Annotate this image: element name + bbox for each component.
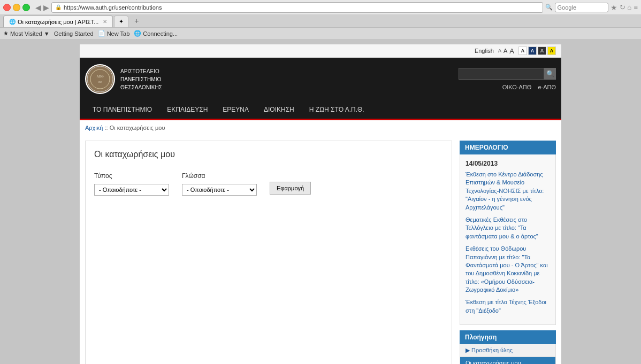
sidebar-item-add-content[interactable]: ▶ Προσθήκη ύλης [460,344,555,357]
most-visited-icon: ★ [3,30,9,37]
sidebar: ΗΜΕΡΟΛΟΓΙΟ 14/05/2013 Έκθεση στο Κέντρο … [460,141,556,364]
language-filter-group: Γλώσσα - Οποιοδήποτε - [182,172,257,196]
nav-link-university[interactable]: ΤΟ ΠΑΝΕΠΙΣΤΗΜΙΟ [85,100,159,119]
header-right: 🔍 ΟΙΚΟ-ΑΠΘ e-ΑΠΘ [459,68,556,90]
main-navigation: ΤΟ ΠΑΝΕΠΙΣΤΗΜΙΟ ΕΚΠΑΙΔΕΥΣΗ ΕΡΕΥΝΑ ΔΙΟΙΚΗ… [80,100,561,120]
connecting-label: Connecting... [143,30,178,37]
sidebar-nav-header: Πλοήγηση [460,330,556,344]
university-logo[interactable]: ΑΠΘ 1925 [85,64,115,94]
font-size-small[interactable]: A [498,48,501,53]
forward-button[interactable]: ▶ [43,3,49,12]
svg-text:ΑΠΘ: ΑΠΘ [97,75,104,78]
tab-my-contributions[interactable]: 🌐 Οι καταχωρήσεις μου | ΑΡΙΣΤ... ✕ [3,16,113,27]
form-row: Τύπος - Οποιοδήποτε - Γλώσσα - Οποιοδήπο… [94,172,443,196]
connecting-item: 🌐 Connecting... [134,30,178,37]
minimize-button[interactable] [13,4,20,11]
font-size-large[interactable]: A [509,47,514,55]
new-tab-label: ✦ [119,18,124,25]
new-tab-item[interactable]: 📄 New Tab [98,30,130,37]
language-select[interactable]: - Οποιοδήποτε - [182,184,257,196]
most-visited-label: Most Visited ▼ [10,30,50,37]
new-tab-icon: 📄 [98,30,105,37]
sidebar-item-my-contributions[interactable]: Οι καταχωρήσεις μου [460,357,555,364]
filter-form: Τύπος - Οποιοδήποτε - Γλώσσα - Οποιοδήπο… [94,168,443,200]
getting-started-label: Getting Started [54,30,94,37]
refresh-icon[interactable]: ↻ [620,3,625,11]
tab-icon: 🌐 [9,19,16,25]
tab-new-tab[interactable]: ✦ [114,16,128,27]
breadcrumb-separator: :: [105,125,110,131]
type-label: Τύπος [94,172,169,180]
logo-svg: ΑΠΘ 1925 [87,66,113,92]
open-new-tab-button[interactable]: + [129,14,143,27]
type-select[interactable]: - Οποιοδήποτε - [94,184,169,196]
tab-label: Οι καταχωρήσεις μου | ΑΡΙΣΤ... [18,19,98,25]
apply-button[interactable]: Εφαρμογή [270,182,311,195]
university-line3: ΘΕΣΣΑΛΟΝΙΚΗΣ [120,83,162,91]
breadcrumb-home[interactable]: Αρχική [85,125,103,131]
header-search: 🔍 [459,68,556,80]
search-bar: 🔍 [545,3,608,12]
tab-close-button[interactable]: ✕ [103,19,107,25]
website-container: English A A A A A A A [80,44,561,364]
home-icon[interactable]: ⌂ [628,3,632,11]
maximize-button[interactable] [22,4,30,11]
calendar-entry-0[interactable]: Έκθεση στο Κέντρο Διάδοσης Επιστημών & Μ… [466,171,550,212]
svg-point-0 [87,66,113,92]
browser-chrome: ◀ ▶ 🔒 https://www.auth.gr/user/contribut… [0,0,641,40]
main-layout: Οι καταχωρήσεις μου Τύπος - Οποιοδήποτε … [80,135,561,364]
new-tab-label-toolbar: New Tab [107,30,130,37]
sidebar-item-label-0: Προσθήκη ύλης [471,347,513,353]
nav-item-admin: ΔΙΟΙΚΗΣΗ [256,100,302,119]
content-area: Οι καταχωρήσεις μου Τύπος - Οποιοδήποτε … [85,141,452,364]
close-button[interactable] [3,4,11,11]
breadcrumb-current: Οι καταχωρήσεις μου [110,125,165,131]
sidebar-nav-widget: Πλοήγηση ▶ Προσθήκη ύλης Οι καταχωρήσεις… [460,330,556,364]
header-links: ΟΙΚΟ-ΑΠΘ e-ΑΠΘ [502,84,556,90]
page-background: English A A A A A A A [0,40,641,364]
nav-item-education: ΕΚΠΑΙΔΕΥΣΗ [159,100,215,119]
language-label: Γλώσσα [182,172,257,180]
back-button[interactable]: ◀ [35,3,41,12]
university-line1: ΑΡΙΣΤΟΤΕΛΕΙΟ [120,67,162,75]
site-header: ΑΠΘ 1925 ΑΡΙΣΤΟΤΕΛΕΙΟ ΠΑΝΕΠΙΣΤΗΜΙΟ ΘΕΣΣΑ… [80,58,561,100]
url-text: https://www.auth.gr/user/contributions [64,4,162,11]
contrast-white[interactable]: A [518,47,527,55]
star-icon[interactable]: ★ [611,3,617,12]
header-search-input[interactable] [459,68,544,80]
address-bar[interactable]: 🔒 https://www.auth.gr/user/contributions [51,2,543,13]
breadcrumb: Αρχική :: Οι καταχωρήσεις μου [80,120,561,135]
contrast-yellow[interactable]: A [547,47,556,55]
contrast-controls: A A A A [518,47,556,55]
header-search-button[interactable]: 🔍 [544,68,556,80]
contrast-dark[interactable]: A [538,47,546,55]
nav-item-life: Η ΖΩΗ ΣΤΟ Α.Π.Θ. [302,100,372,119]
lock-icon: 🔒 [55,4,62,10]
nav-link-education[interactable]: ΕΚΠΑΙΔΕΥΣΗ [159,100,215,119]
getting-started-item[interactable]: Getting Started [54,30,94,37]
calendar-widget: ΗΜΕΡΟΛΟΓΙΟ 14/05/2013 Έκθεση στο Κέντρο … [460,141,556,325]
search-input[interactable] [555,3,608,12]
calendar-entry-3[interactable]: Έκθεση με τίτλο Τέχνης Έξοδοι στη "Διέξο… [466,298,550,315]
nav-link-life[interactable]: Η ΖΩΗ ΣΤΟ Α.Π.Θ. [302,100,372,119]
calendar-content: 14/05/2013 Έκθεση στο Κέντρο Διάδοσης Επ… [460,154,556,325]
logo-area: ΑΠΘ 1925 ΑΡΙΣΤΟΤΕΛΕΙΟ ΠΑΝΕΠΙΣΤΗΜΙΟ ΘΕΣΣΑ… [85,64,162,94]
nav-link-research[interactable]: ΕΡΕΥΝΑ [215,100,256,119]
most-visited-item[interactable]: ★ Most Visited ▼ [3,30,50,37]
sidebar-nav-list: ▶ Προσθήκη ύλης Οι καταχωρήσεις μου Περι… [460,344,556,364]
font-size-controls: A A A [498,47,514,55]
e-apth-link[interactable]: e-ΑΠΘ [538,84,556,90]
oiko-apth-link[interactable]: ΟΙΚΟ-ΑΠΘ [502,84,532,90]
nav-arrows: ◀ ▶ [35,3,49,12]
calendar-entry-1[interactable]: Θεματικές Εκθέσεις στο Τελλόγλειο με τίτ… [466,216,550,241]
calendar-header: ΗΜΕΡΟΛΟΓΙΟ [460,141,556,154]
menu-icon[interactable]: ≡ [634,3,638,11]
language-selector[interactable]: English [475,48,494,54]
university-name: ΑΡΙΣΤΟΤΕΛΕΙΟ ΠΑΝΕΠΙΣΤΗΜΙΟ ΘΕΣΣΑΛΟΝΙΚΗΣ [120,67,162,91]
font-size-medium[interactable]: A [503,48,507,54]
calendar-date: 14/05/2013 [466,160,550,167]
calendar-entry-2[interactable]: Εκθέσεις του Θόδωρου Παπαγιάννη με τίτλο… [466,245,550,294]
nav-link-admin[interactable]: ΔΙΟΙΚΗΣΗ [256,100,302,119]
contrast-blue[interactable]: A [528,47,537,55]
browser-titlebar: ◀ ▶ 🔒 https://www.auth.gr/user/contribut… [0,0,641,15]
